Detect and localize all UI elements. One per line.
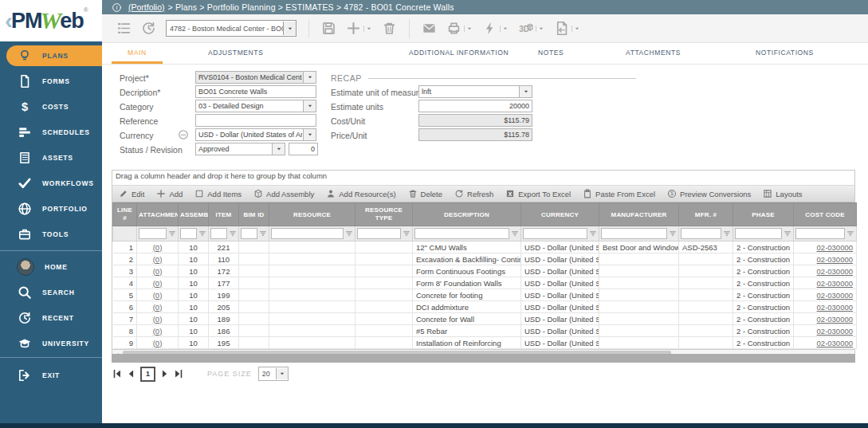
attachments-link[interactable]: (0) (153, 291, 163, 300)
toolbar-cube-3d-button[interactable]: 3D (518, 21, 544, 36)
field-dropdown-button[interactable] (519, 86, 532, 97)
funnel-icon[interactable] (259, 230, 267, 238)
tab-attachments[interactable]: ATTACHMENTS (626, 49, 681, 57)
cost-code-link[interactable]: 02-030000 (817, 291, 853, 300)
toolbar-trash-button[interactable] (382, 21, 397, 36)
filter-input-cost_code[interactable] (795, 228, 845, 239)
cost-code-link[interactable]: 02-030000 (817, 243, 853, 252)
field-dropdown-button[interactable] (303, 100, 316, 112)
sidebar-item-exit[interactable]: EXIT (0, 365, 102, 386)
field-category[interactable]: 03 - Detailed Design (195, 100, 316, 112)
pmweb-logo[interactable]: ‹PMWeb® (0, 0, 102, 41)
table-row[interactable]: 5(0)10199Concrete for footingUSD - Dolla… (113, 289, 857, 301)
sidebar-item-forms[interactable]: FORMS (0, 71, 102, 92)
tab-adjustments[interactable]: ADJUSTMENTS (208, 49, 263, 57)
column-header-item[interactable]: ITEM (209, 203, 239, 226)
field-price-unit[interactable]: $115.78 (418, 128, 532, 141)
toolbar-dropdown-caret[interactable] (464, 26, 473, 32)
sidebar-item-workflows[interactable]: WORKFLOWS (0, 173, 102, 194)
funnel-icon[interactable] (403, 230, 410, 238)
filter-input-bim_id[interactable] (241, 228, 257, 239)
sidebar-item-portfolio[interactable]: PORTFOLIO (0, 198, 102, 219)
attachments-link[interactable]: (0) (153, 315, 163, 324)
grid-toolbar-add-resource-s--button[interactable]: Add Resource(s) (326, 189, 395, 198)
grid-toolbar-add-assembly-button[interactable]: Add Assembly (253, 189, 314, 198)
sidebar-item-tools[interactable]: TOOLS (0, 224, 102, 245)
breadcrumb-portfolio-link[interactable]: (Portfolio) (128, 2, 165, 12)
tab-additional-information[interactable]: ADDITIONAL INFORMATION (409, 49, 509, 57)
filter-input-resource[interactable] (271, 228, 344, 239)
table-row[interactable]: 4(0)10177Form 8' Foundation WallsUSD - D… (113, 277, 857, 289)
column-header-resource[interactable]: RESOURCE (269, 203, 355, 226)
table-row[interactable]: 7(0)10189Concrete for WallUSD - Dollar (… (113, 313, 857, 325)
sidebar-item-assets[interactable]: ASSETS (0, 147, 102, 168)
info-icon[interactable]: i (112, 2, 122, 13)
field-revision[interactable]: 0 (289, 143, 318, 155)
toolbar-plus-button[interactable] (346, 21, 372, 36)
funnel-icon[interactable] (723, 230, 731, 238)
column-header-line[interactable]: LINE # (113, 203, 137, 226)
field-project-[interactable]: RVS0104 - Boston Medical Center (195, 71, 316, 84)
filter-input-manufacturer[interactable] (601, 228, 667, 239)
grid-toolbar-delete-button[interactable]: Delete (408, 189, 442, 198)
field-reference[interactable] (195, 114, 316, 127)
funnel-icon[interactable] (784, 230, 791, 238)
table-row[interactable]: 9(0)10195Installation of ReinforcingUSD … (113, 337, 857, 349)
grid-toolbar-preview-conversions-button[interactable]: $Preview Conversions (667, 189, 751, 198)
grid-toolbar-paste-from-excel-button[interactable]: Paste From Excel (583, 189, 655, 198)
funnel-icon[interactable] (168, 230, 176, 238)
column-header-assembly[interactable]: ASSEMBLY (179, 203, 209, 226)
field-cost-unit[interactable]: $115.79 (418, 114, 532, 127)
column-header-attachments[interactable]: ATTACHMENTS (137, 203, 179, 226)
attachments-link[interactable]: (0) (153, 327, 163, 336)
toolbar-export-button[interactable] (554, 21, 580, 36)
sidebar-item-schedules[interactable]: SCHEDULES (0, 122, 102, 143)
cost-code-link[interactable]: 02-030000 (817, 267, 853, 276)
group-by-drop-zone[interactable]: Drag a column header and drop it here to… (112, 171, 854, 186)
field-dropdown-button[interactable] (272, 143, 285, 155)
field-estimate-unit-of-measure[interactable]: lnft (418, 85, 532, 98)
column-header-phase[interactable]: PHASE (733, 203, 794, 226)
funnel-icon[interactable] (345, 230, 353, 238)
funnel-icon[interactable] (669, 230, 677, 238)
attachments-link[interactable]: (0) (153, 303, 163, 312)
column-header-manufacturer[interactable]: MANUFACTURER (599, 203, 679, 226)
funnel-icon[interactable] (589, 230, 597, 238)
field-status-revision[interactable]: Approved (195, 143, 285, 155)
table-row[interactable]: 1(0)1022112" CMU WallsUSD - Dollar (Unit… (113, 241, 857, 253)
attachments-link[interactable]: (0) (153, 279, 163, 288)
record-selector[interactable]: 4782 - Boston Medical Center - BO0 (166, 20, 297, 37)
sidebar-item-university[interactable]: UNIVERSITY (0, 333, 102, 354)
toolbar-list-button[interactable] (116, 21, 132, 36)
filter-input-attachments[interactable] (139, 228, 167, 239)
attachments-link[interactable]: (0) (153, 243, 163, 252)
attachments-link[interactable]: (0) (153, 339, 163, 348)
toolbar-save-button[interactable] (321, 21, 336, 36)
cost-code-link[interactable]: 02-030000 (817, 339, 853, 348)
toolbar-dropdown-caret[interactable] (536, 26, 544, 32)
filter-input-phase[interactable] (735, 228, 782, 239)
sidebar-item-plans[interactable]: PLANS (6, 45, 102, 66)
filter-input-mfr_no[interactable] (681, 228, 721, 239)
column-header-mfr_no[interactable]: MFR. # (679, 203, 733, 226)
table-row[interactable]: 6(0)10205DCI addmixtureUSD - Dollar (Uni… (113, 301, 857, 313)
toolbar-lightning-button[interactable] (482, 21, 509, 36)
cost-code-link[interactable]: 02-030000 (817, 279, 853, 288)
grid-toolbar-layouts-button[interactable]: Layouts (763, 189, 802, 198)
table-row[interactable]: 2(0)10110Excavation & Backfilling- Conti… (113, 253, 857, 265)
toolbar-dropdown-caret[interactable] (363, 26, 372, 32)
grid-toolbar-add-items-button[interactable]: Add Items (194, 189, 242, 198)
field-estimate-units[interactable]: 20000 (418, 100, 532, 112)
last-page-button[interactable] (173, 368, 184, 379)
cost-code-link[interactable]: 02-030000 (817, 315, 853, 324)
next-page-button[interactable] (159, 368, 171, 379)
cost-code-link[interactable]: 02-030000 (817, 327, 853, 336)
first-page-button[interactable] (112, 368, 123, 379)
filter-input-assembly[interactable] (180, 228, 197, 239)
attachments-link[interactable]: (0) (153, 267, 163, 276)
tab-main[interactable]: MAIN (128, 49, 147, 57)
field-currency[interactable]: USD - Dollar (United States of America) (195, 128, 316, 141)
field-dropdown-button[interactable] (303, 129, 316, 140)
cost-code-link[interactable]: 02-030000 (817, 255, 853, 264)
toolbar-mail-button[interactable] (422, 21, 437, 36)
